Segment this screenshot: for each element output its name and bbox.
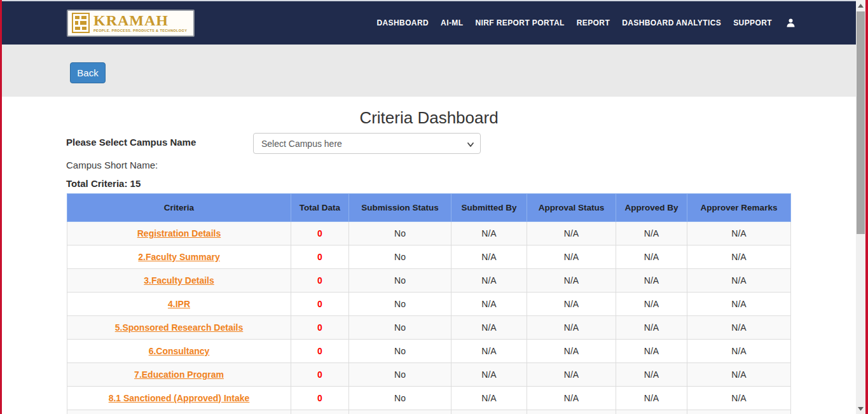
total-data-cell: 0: [291, 293, 349, 316]
criteria-table-body: Registration Details0NoN/AN/AN/AN/A2.Fac…: [67, 222, 791, 414]
table-row: 8.1 Sanctioned (Approved) Intake0NoN/AN/…: [67, 387, 791, 410]
table-row: 2.Faculty Summary0NoN/AN/AN/AN/A: [67, 245, 791, 269]
total-data-cell: 0: [291, 245, 349, 269]
criteria-link[interactable]: 6.Consultancy: [149, 346, 210, 356]
approved-by-cell: N/A: [616, 316, 687, 340]
submitted-by-cell: N/A: [451, 387, 527, 410]
nav-item-support[interactable]: SUPPORT: [733, 18, 772, 27]
brand-name: KRAMAH: [93, 13, 187, 28]
criteria-link[interactable]: 5.Sponsored Research Details: [115, 322, 244, 333]
nav-item-dashboard-analytics[interactable]: DASHBOARD ANALYTICS: [622, 18, 721, 27]
approval-status-cell: [527, 410, 616, 414]
submitted-by-cell: N/A: [451, 245, 527, 269]
submitted-by-cell: N/A: [451, 269, 527, 293]
column-header: Submitted By: [451, 194, 527, 222]
approved-by-cell: N/A: [616, 245, 687, 269]
subheader-band: Back: [2, 45, 856, 97]
page-title: Criteria Dashboard: [2, 108, 856, 128]
window-border-top: [2, 0, 856, 1]
brand-tagline: PEOPLE. PROCESS. PRODUCTS & TECHNOLOGY: [93, 29, 187, 33]
criteria-cell: 2.Faculty Summary: [67, 245, 291, 269]
nav-item-dashboard[interactable]: DASHBOARD: [376, 18, 429, 27]
user-icon[interactable]: [787, 18, 795, 27]
criteria-link[interactable]: 4.IPR: [168, 299, 190, 309]
approval-status-cell: N/A: [527, 222, 616, 245]
approver-remarks-cell: N/A: [687, 269, 791, 293]
campus-select-label: Please Select Campus Name: [66, 137, 196, 148]
submission-status-cell: No: [349, 269, 451, 293]
total-data-cell: 0: [291, 387, 349, 410]
column-header: Approval Status: [527, 194, 616, 222]
total-data-cell: 0: [291, 269, 349, 293]
submitted-by-cell: N/A: [451, 340, 527, 363]
approver-remarks-cell: N/A: [687, 363, 791, 387]
criteria-cell: 5.Sponsored Research Details: [67, 316, 291, 340]
approval-status-cell: N/A: [527, 316, 616, 340]
table-row: Registration Details0NoN/AN/AN/AN/A: [67, 222, 791, 245]
submission-status-cell: No: [349, 245, 451, 269]
submitted-by-cell: N/A: [451, 363, 527, 387]
total-criteria-label: Total Criteria: 15: [66, 178, 141, 189]
approver-remarks-cell: N/A: [687, 293, 791, 316]
approved-by-cell: N/A: [616, 222, 687, 245]
scrollbar-down-button[interactable]: [856, 403, 865, 414]
approver-remarks-cell: N/A: [687, 316, 791, 340]
vertical-scrollbar[interactable]: [856, 0, 865, 414]
approver-remarks-cell: N/A: [687, 387, 791, 410]
approval-status-cell: N/A: [527, 387, 616, 410]
table-row: 4.IPR0NoN/AN/AN/AN/A: [67, 293, 791, 316]
column-header: Total Data: [291, 194, 349, 222]
approver-remarks-cell: N/A: [687, 245, 791, 269]
approved-by-cell: N/A: [616, 387, 687, 410]
criteria-cell: 8.1 Sanctioned (Approved) Intake: [67, 387, 291, 410]
nav-item-report[interactable]: REPORT: [577, 18, 610, 27]
nav-menu-items: DASHBOARDAI-MLNIRF REPORT PORTALREPORTDA…: [376, 18, 772, 27]
window-border-left: [0, 0, 2, 414]
criteria-cell: Registration Details: [67, 222, 291, 245]
submission-status-cell: No: [349, 387, 451, 410]
criteria-table-header-row: CriteriaTotal DataSubmission StatusSubmi…: [67, 194, 791, 222]
brand-logo[interactable]: KRAMAH PEOPLE. PROCESS. PRODUCTS & TECHN…: [67, 10, 195, 37]
submission-status-cell: No: [349, 316, 451, 340]
approval-status-cell: N/A: [527, 245, 616, 269]
criteria-cell: 6.Consultancy: [67, 340, 291, 363]
table-row: 3.Faculty Details0NoN/AN/AN/AN/A: [67, 269, 791, 293]
approved-by-cell: N/A: [616, 363, 687, 387]
criteria-link[interactable]: 7.Education Program: [134, 369, 224, 380]
criteria-table: CriteriaTotal DataSubmission StatusSubmi…: [67, 193, 791, 414]
browser-window: KRAMAH PEOPLE. PROCESS. PRODUCTS & TECHN…: [0, 0, 868, 414]
submission-status-cell: No: [349, 363, 451, 387]
brand-seal-icon: [72, 13, 90, 33]
navbar: KRAMAH PEOPLE. PROCESS. PRODUCTS & TECHN…: [2, 1, 856, 45]
nav-item-nirf-report-portal[interactable]: NIRF REPORT PORTAL: [475, 18, 564, 27]
main-content: Criteria Dashboard Please Select Campus …: [2, 97, 856, 414]
table-row: 5.Sponsored Research Details0NoN/AN/AN/A…: [67, 316, 791, 340]
criteria-link[interactable]: 8.1 Sanctioned (Approved) Intake: [109, 393, 250, 403]
criteria-cell: 4.IPR: [67, 293, 291, 316]
approved-by-cell: N/A: [616, 340, 687, 363]
submitted-by-cell: N/A: [451, 222, 527, 245]
criteria-link[interactable]: 2.Faculty Summary: [138, 252, 219, 262]
criteria-link[interactable]: Registration Details: [137, 228, 221, 238]
nav-item-ai-ml[interactable]: AI-ML: [441, 18, 463, 27]
approval-status-cell: N/A: [527, 293, 616, 316]
total-data-cell: 0: [291, 316, 349, 340]
criteria-cell: 3.Faculty Details: [67, 269, 291, 293]
submitted-by-cell: [451, 410, 527, 414]
submitted-by-cell: N/A: [451, 316, 527, 340]
scrollbar-up-button[interactable]: [856, 0, 865, 11]
total-data-cell: 0: [291, 363, 349, 387]
campus-select-wrapper: Select Campus here: [253, 133, 481, 154]
nav-menu: DASHBOARDAI-MLNIRF REPORT PORTALREPORTDA…: [376, 18, 795, 27]
table-row: 6.Consultancy0NoN/AN/AN/AN/A: [67, 340, 791, 363]
campus-select[interactable]: Select Campus here: [253, 133, 481, 154]
criteria-link[interactable]: 3.Faculty Details: [144, 275, 214, 286]
back-button[interactable]: Back: [70, 62, 106, 83]
submission-status-cell: No: [349, 293, 451, 316]
scrollbar-thumb[interactable]: [857, 11, 865, 234]
criteria-cell: 7.Education Program: [67, 363, 291, 387]
approved-by-cell: N/A: [616, 293, 687, 316]
column-header: Criteria: [67, 194, 291, 222]
column-header: Approver Remarks: [687, 194, 791, 222]
total-data-cell: [291, 410, 349, 414]
